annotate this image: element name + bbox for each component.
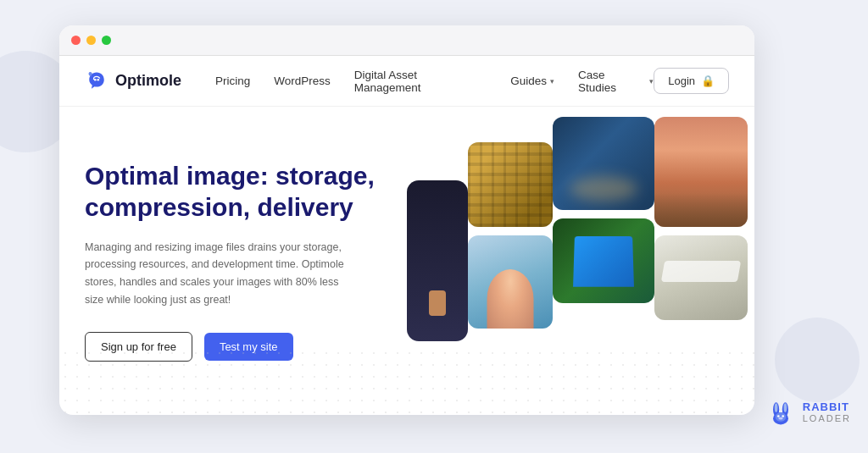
lock-icon: 🔒 (701, 75, 715, 87)
image-column-3 (553, 117, 654, 303)
hero-description: Managing and resizing image files drains… (85, 239, 348, 309)
login-label: Login (668, 75, 695, 87)
logo-icon (85, 69, 108, 93)
svg-point-8 (777, 415, 780, 417)
navbar: Optimole Pricing WordPress Digital Asset… (59, 56, 754, 107)
svg-point-6 (783, 403, 787, 412)
browser-chrome (59, 25, 754, 56)
image-column-4 (654, 117, 748, 320)
image-column-2 (468, 142, 553, 329)
nav-case-studies[interactable]: Case Studies ▾ (578, 69, 654, 94)
image-building (468, 142, 553, 227)
watermark: RABBIT LOADER (765, 397, 851, 428)
watermark-rabbit-label: RABBIT (803, 401, 851, 413)
login-button[interactable]: Login 🔒 (654, 68, 729, 94)
logo-text: Optimole (115, 72, 181, 90)
nav-dam[interactable]: Digital Asset Management (354, 69, 487, 94)
nav-links: Pricing WordPress Digital Asset Manageme… (215, 69, 654, 94)
svg-point-1 (97, 78, 99, 80)
nav-guides[interactable]: Guides ▾ (510, 75, 554, 87)
hero-title: Optimal image: storage, compression, del… (85, 160, 390, 224)
nav-pricing[interactable]: Pricing (215, 75, 250, 87)
guides-chevron-icon: ▾ (550, 77, 554, 86)
logo-area[interactable]: Optimole (85, 69, 181, 93)
image-woman (468, 235, 553, 329)
image-person-dark (407, 180, 468, 341)
browser-dot-close[interactable] (71, 36, 81, 45)
hero-text: Optimal image: storage, compression, del… (85, 160, 407, 362)
image-book (553, 218, 654, 303)
watermark-text: RABBIT LOADER (803, 401, 851, 423)
dot-pattern-decoration (59, 347, 754, 415)
svg-point-5 (775, 403, 778, 412)
svg-point-0 (94, 78, 97, 80)
svg-point-10 (778, 417, 782, 420)
rabbit-icon (765, 397, 796, 428)
browser-dot-maximize[interactable] (102, 36, 111, 45)
bg-decoration-right (775, 318, 860, 402)
hero-section: Optimal image: storage, compression, del… (59, 107, 754, 415)
image-plane (654, 235, 748, 320)
svg-point-7 (775, 412, 786, 422)
site-content: Optimole Pricing WordPress Digital Asset… (59, 56, 754, 415)
browser-dot-minimize[interactable] (86, 36, 96, 45)
image-tunnel (553, 117, 654, 210)
watermark-loader-label: LOADER (803, 413, 851, 423)
image-column-1 (407, 180, 468, 341)
nav-wordpress[interactable]: WordPress (274, 75, 331, 87)
svg-point-9 (782, 415, 784, 417)
browser-window: Optimole Pricing WordPress Digital Asset… (59, 25, 754, 415)
image-mountain (654, 117, 748, 227)
